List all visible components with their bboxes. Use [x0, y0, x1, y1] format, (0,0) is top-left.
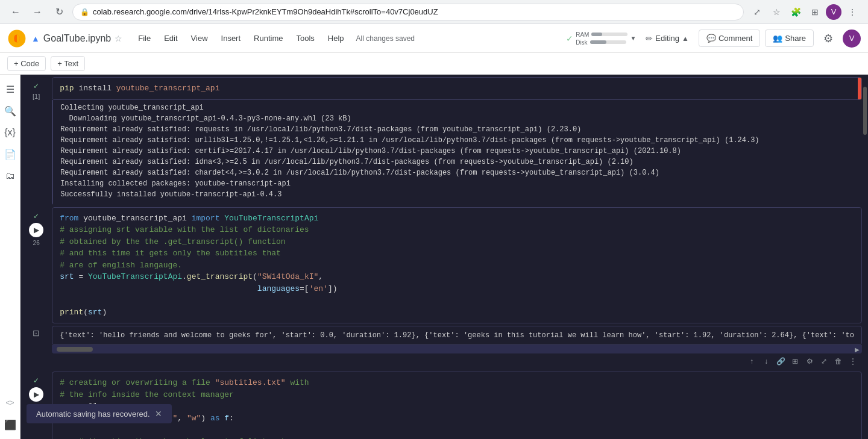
- notebook-title-area: ▲ GoalTube.ipynb ☆: [31, 33, 122, 44]
- cell-1-run-indicator: [858, 78, 861, 99]
- sidebar-variables-icon[interactable]: {x}: [1, 123, 20, 142]
- comment-label: Comment: [719, 34, 752, 43]
- cast-button[interactable]: ⤢: [749, 4, 766, 20]
- menu-help[interactable]: Help: [322, 31, 350, 45]
- settings-button[interactable]: ⚙: [819, 29, 838, 48]
- output-settings[interactable]: ⚙: [803, 355, 816, 368]
- scrollbar-handle[interactable]: [863, 87, 867, 135]
- user-avatar[interactable]: V: [843, 30, 861, 48]
- ram-disk-widget[interactable]: ✓ RAM Disk ▼: [566, 31, 636, 46]
- header-menu: File Edit View Insert Runtime Tools Help…: [132, 31, 415, 45]
- menu-view[interactable]: View: [185, 31, 214, 45]
- settings-icon: ⚙: [823, 32, 833, 45]
- output-grid[interactable]: ⊞: [788, 355, 802, 368]
- notebook-content[interactable]: ✓ [1] pip install youtube_transcript_api…: [20, 75, 862, 439]
- cell-3-status: ✓: [33, 376, 39, 385]
- sidebar-toc-icon[interactable]: ☰: [1, 79, 20, 99]
- sidebar-files-icon[interactable]: 📄: [1, 145, 20, 164]
- cell-1-body: pip install youtube_transcript_api Colle…: [52, 77, 862, 205]
- browser-chrome: ← → ↻ 🔒 colab.research.google.com/drive/…: [0, 0, 868, 24]
- colab-toolbar: + Code + Text: [0, 53, 868, 75]
- extensions-button[interactable]: 🧩: [787, 4, 804, 20]
- disk-bar-row: Disk: [576, 39, 627, 46]
- address-bar[interactable]: 🔒 colab.research.google.com/drive/14rlss…: [72, 4, 744, 20]
- changes-saved-text: All changes saved: [356, 34, 415, 43]
- cell-1-code[interactable]: pip install youtube_transcript_api: [52, 77, 862, 100]
- bookmark-button[interactable]: ☆: [768, 4, 785, 20]
- scrollbar-track: [863, 75, 867, 439]
- ram-bar-track: [591, 33, 627, 36]
- sidebar-search-icon[interactable]: 🔍: [1, 101, 20, 120]
- cell-2-code-content: from youtube_transcript_api import YouTu…: [52, 208, 861, 323]
- add-code-button[interactable]: + Code: [7, 56, 46, 71]
- share-label: Share: [785, 34, 806, 43]
- menu-edit[interactable]: Edit: [158, 31, 183, 45]
- cell-1: ✓ [1] pip install youtube_transcript_api…: [20, 77, 862, 205]
- ram-disk-dropdown-icon[interactable]: ▼: [630, 35, 636, 42]
- output-gutter: ⊡: [20, 326, 52, 369]
- share-icon: 👥: [773, 34, 782, 43]
- back-button[interactable]: ←: [7, 4, 24, 20]
- cell-3-body: # creating or overwriting a file "subtit…: [52, 372, 862, 439]
- star-icon[interactable]: ☆: [115, 34, 122, 43]
- lock-icon: 🔒: [80, 8, 89, 16]
- output-expand[interactable]: ⤢: [817, 355, 831, 368]
- output-scrollbar[interactable]: ▶: [52, 345, 862, 353]
- profile-avatar[interactable]: V: [826, 4, 841, 20]
- output-link[interactable]: 🔗: [774, 355, 787, 368]
- cell-1-number: [1]: [33, 93, 40, 100]
- toast-close-button[interactable]: ✕: [155, 409, 162, 419]
- cell-2-number: 26: [33, 240, 40, 246]
- output-expand-icon[interactable]: ⊡: [33, 328, 40, 338]
- output-scroll-up[interactable]: ↑: [745, 355, 758, 368]
- left-sidebar: ☰ 🔍 {x} 📄 🗂 <> ⬛: [0, 75, 20, 439]
- cell-3-code-content: # creating or overwriting a file "subtit…: [52, 372, 861, 439]
- add-text-button[interactable]: + Text: [51, 56, 85, 71]
- cell-1-status: ✓: [33, 82, 39, 90]
- menu-tools[interactable]: Tools: [290, 31, 320, 45]
- editing-button[interactable]: ✏ Editing ▲: [641, 31, 694, 46]
- cell-2: ✓ ▶ 26 from youtube_transcript_api impor…: [20, 207, 862, 324]
- sidebar-code-icon[interactable]: <>: [1, 393, 20, 413]
- comment-icon: 💬: [706, 34, 716, 43]
- tab-grid-button[interactable]: ⊞: [807, 4, 823, 20]
- notebook-wrapper: ✓ [1] pip install youtube_transcript_api…: [20, 75, 868, 439]
- disk-label: Disk: [576, 39, 587, 46]
- output-body: {'text': 'hello friends and welcome to g…: [52, 326, 862, 369]
- header-right: ✓ RAM Disk ▼ ✏ Editing: [566, 29, 861, 48]
- cell-2-run-button[interactable]: ▶: [29, 223, 43, 237]
- right-scrollbar[interactable]: [862, 75, 868, 439]
- editing-label: Editing: [655, 34, 679, 43]
- disk-bar-fill: [590, 40, 606, 44]
- auto-save-toast: Automatic saving has recovered. ✕: [27, 404, 172, 423]
- ram-label: RAM: [576, 31, 589, 38]
- notebook-title-text[interactable]: GoalTube.ipynb: [43, 33, 111, 44]
- output-more[interactable]: ⋮: [846, 355, 860, 368]
- share-button[interactable]: 👥 Share: [765, 30, 814, 47]
- disk-bar-track: [590, 40, 626, 44]
- checkmark-icon: ✓: [566, 34, 573, 43]
- cell-3-code[interactable]: # creating or overwriting a file "subtit…: [52, 372, 862, 439]
- forward-button[interactable]: →: [29, 4, 46, 20]
- sidebar-terminal-icon[interactable]: ⬛: [1, 415, 20, 434]
- colab-header: ▲ GoalTube.ipynb ☆ File Edit View Insert…: [0, 24, 868, 53]
- menu-insert[interactable]: Insert: [215, 31, 247, 45]
- menu-runtime[interactable]: Runtime: [248, 31, 289, 45]
- main-layout: ☰ 🔍 {x} 📄 🗂 <> ⬛ ✓ [1] pip install youtu…: [0, 75, 868, 439]
- output-toolbar: ↑ ↓ 🔗 ⊞ ⚙ ⤢ 🗑 ⋮: [52, 353, 862, 369]
- refresh-button[interactable]: ↻: [51, 4, 68, 20]
- output-delete[interactable]: 🗑: [832, 355, 845, 368]
- url-text: colab.research.google.com/drive/14rlss-K…: [93, 7, 438, 16]
- cell-3-run-button[interactable]: ▶: [29, 387, 43, 402]
- toast-message: Automatic saving has recovered.: [36, 409, 150, 419]
- pencil-icon: ✏: [646, 34, 653, 43]
- scroll-right-icon[interactable]: ▶: [855, 346, 860, 353]
- more-options-button[interactable]: ⋮: [844, 4, 861, 20]
- comment-button[interactable]: 💬 Comment: [699, 30, 760, 47]
- scrollbar-thumb[interactable]: [57, 347, 93, 352]
- menu-file[interactable]: File: [132, 31, 157, 45]
- cell-1-gutter: ✓ [1]: [20, 77, 52, 205]
- sidebar-folder-icon[interactable]: 🗂: [1, 166, 20, 185]
- cell-2-code[interactable]: from youtube_transcript_api import YouTu…: [52, 207, 862, 324]
- output-scroll-down[interactable]: ↓: [760, 355, 773, 368]
